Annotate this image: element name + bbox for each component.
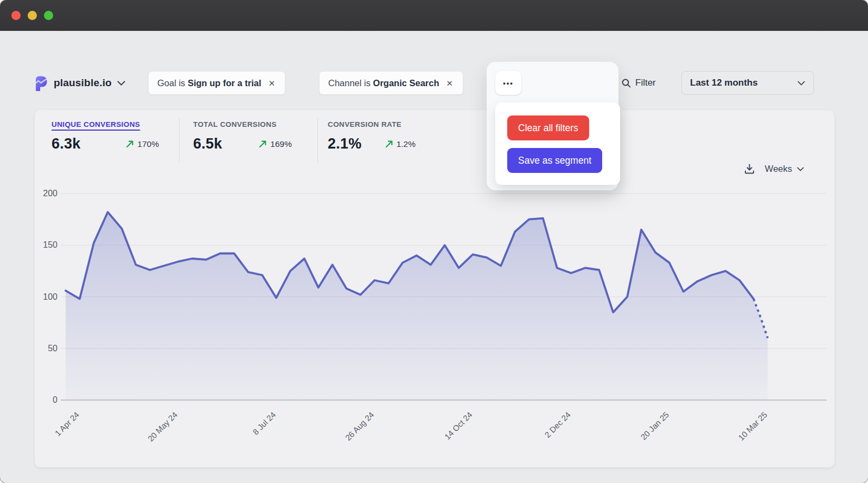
svg-text:0: 0 [53, 395, 58, 404]
window-close-button[interactable] [11, 11, 21, 20]
titlebar [0, 0, 868, 31]
chevron-down-icon [797, 167, 804, 171]
dashboard-card: UNIQUE CONVERSIONS 6.3k 170% TOTAL CONVE… [35, 110, 834, 467]
unique-conversions-change: 170% [126, 139, 159, 149]
svg-text:1 Apr 24: 1 Apr 24 [53, 410, 81, 438]
window-zoom-button[interactable] [44, 11, 53, 20]
app-window: plausible.io Goal is Sign up for a trial… [0, 0, 868, 483]
chevron-down-icon [797, 81, 805, 86]
search-icon [622, 79, 631, 88]
conversions-chart: 0501001502001 Apr 2420 May 248 Jul 2426 … [35, 178, 834, 465]
total-conversions-value: 6.5k [193, 136, 222, 152]
svg-text:2 Dec 24: 2 Dec 24 [542, 410, 572, 439]
svg-text:14 Oct 24: 14 Oct 24 [443, 410, 474, 441]
tab-conversion-rate[interactable]: CONVERSION RATE [328, 120, 401, 128]
metric-divider [317, 118, 318, 163]
metric-total-conversions: TOTAL CONVERSIONS 6.5k 169% [193, 120, 292, 152]
interval-value: Weeks [765, 164, 792, 174]
filter-pill-text: Channel is Organic Search [328, 78, 439, 88]
chevron-down-icon [117, 81, 125, 86]
download-button[interactable] [744, 163, 755, 175]
trend-up-icon [259, 140, 267, 148]
filter-button-label: Filter [635, 78, 656, 88]
svg-text:20 May 24: 20 May 24 [146, 410, 180, 443]
remove-channel-filter-button[interactable]: ✕ [445, 78, 455, 88]
svg-text:150: 150 [43, 240, 58, 249]
chart-controls: Weeks [744, 163, 804, 175]
svg-text:20 Jan 25: 20 Jan 25 [639, 410, 671, 442]
site-name: plausible.io [54, 77, 112, 89]
clear-all-filters-button[interactable]: Clear all filters [507, 115, 589, 140]
tab-unique-conversions[interactable]: UNIQUE CONVERSIONS [52, 120, 140, 128]
svg-text:100: 100 [43, 292, 58, 301]
window-minimize-button[interactable] [28, 11, 37, 20]
more-filters-button[interactable]: ••• [495, 71, 521, 95]
svg-text:8 Jul 24: 8 Jul 24 [251, 410, 277, 436]
date-range-value: Last 12 months [690, 78, 758, 88]
plausible-logo-icon [34, 75, 48, 92]
conversion-rate-value: 2.1% [328, 136, 361, 152]
trend-up-icon [126, 140, 134, 148]
filter-pill-goal[interactable]: Goal is Sign up for a trial ✕ [148, 71, 285, 95]
interval-select[interactable]: Weeks [765, 164, 804, 174]
download-icon [744, 163, 755, 175]
metric-conversion-rate: CONVERSION RATE 2.1% 1.2% [328, 120, 416, 152]
date-range-select[interactable]: Last 12 months [681, 71, 814, 95]
save-as-segment-button[interactable]: Save as segment [507, 148, 602, 173]
trend-up-icon [385, 140, 393, 148]
filter-pill-channel[interactable]: Channel is Organic Search ✕ [319, 71, 463, 95]
total-conversions-change: 169% [259, 139, 292, 149]
conversion-rate-change: 1.2% [385, 139, 416, 149]
filter-pill-text: Goal is Sign up for a trial [157, 78, 261, 88]
svg-text:50: 50 [48, 344, 58, 353]
filter-actions-menu: Clear all filters Save as segment [495, 102, 620, 185]
svg-text:26 Aug 24: 26 Aug 24 [343, 410, 376, 442]
remove-goal-filter-button[interactable]: ✕ [267, 78, 277, 88]
svg-text:10 Mar 25: 10 Mar 25 [736, 410, 769, 442]
metric-unique-conversions: UNIQUE CONVERSIONS 6.3k 170% [52, 120, 159, 152]
site-picker[interactable]: plausible.io [34, 71, 125, 95]
filter-button[interactable]: Filter [622, 71, 656, 95]
svg-text:200: 200 [43, 189, 58, 198]
unique-conversions-value: 6.3k [52, 136, 80, 152]
tab-total-conversions[interactable]: TOTAL CONVERSIONS [193, 120, 277, 128]
metric-divider [179, 118, 180, 163]
screenshot-stage: plausible.io Goal is Sign up for a trial… [0, 0, 868, 483]
